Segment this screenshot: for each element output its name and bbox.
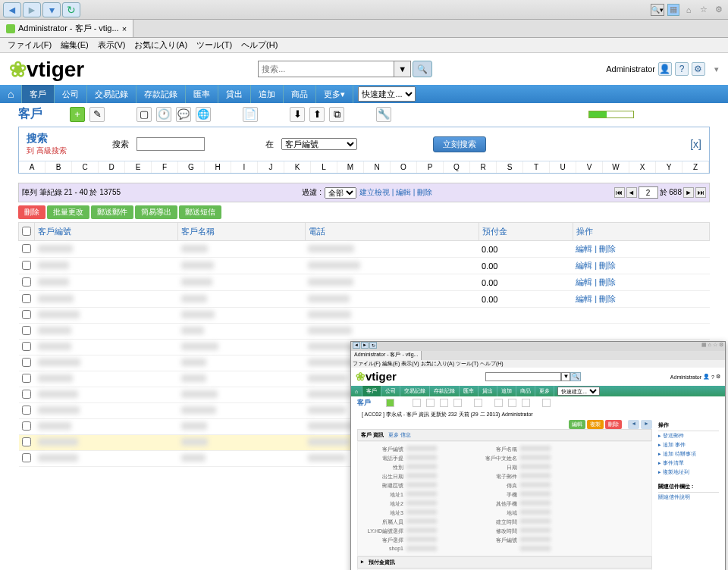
row-checkbox[interactable] — [22, 326, 31, 335]
page-input[interactable] — [639, 186, 658, 199]
ov-home-icon[interactable]: ⌂ — [708, 342, 711, 351]
row-checkbox[interactable] — [22, 342, 31, 351]
ov-search-input[interactable] — [485, 372, 561, 381]
ov-search-drop[interactable]: ▼ — [561, 372, 570, 381]
caret-down-icon[interactable]: ▾ — [714, 64, 719, 74]
delete-button[interactable]: 刪除 — [18, 205, 46, 219]
ov-next-button[interactable]: ► — [641, 420, 652, 429]
row-checkbox[interactable] — [22, 261, 31, 270]
alpha-W[interactable]: W — [603, 161, 629, 173]
ov-nav-home[interactable]: ⌂ — [351, 386, 362, 396]
col-operate[interactable]: 操作 — [573, 223, 709, 241]
alpha-K[interactable]: K — [284, 161, 311, 173]
mass-edit-button[interactable]: 批量更改 — [47, 205, 89, 219]
row-checkbox[interactable] — [22, 244, 31, 253]
alpha-S[interactable]: S — [497, 161, 523, 173]
table-row[interactable]: 0.00編輯 | 刪除 — [19, 258, 710, 274]
ov-tool-2[interactable] — [426, 399, 435, 407]
prev-page-button[interactable]: ◄ — [626, 187, 637, 198]
nav-customers[interactable]: 客戶 — [22, 85, 55, 103]
advanced-search-link[interactable]: 到 高級搜索 — [27, 146, 67, 156]
help-icon[interactable]: ? — [675, 62, 689, 76]
clock-icon[interactable]: 🕐 — [156, 107, 171, 122]
search-input[interactable] — [258, 61, 394, 77]
ov-nav-tab[interactable]: 更多 — [535, 386, 554, 396]
menu-edit[interactable]: 編集(E) — [56, 38, 93, 52]
ov-side-link[interactable]: ▸ 複製地址到 — [658, 468, 719, 477]
ov-nav-tab[interactable]: 交易記錄 — [400, 386, 430, 396]
dup-icon[interactable]: ⧉ — [329, 107, 344, 122]
ov-tool-6[interactable] — [494, 399, 503, 407]
alpha-F[interactable]: F — [152, 161, 178, 173]
export-button[interactable]: 簡易導出 — [135, 205, 177, 219]
alpha-T[interactable]: T — [523, 161, 550, 173]
quick-create-select[interactable]: 快速建立... — [358, 86, 416, 102]
alpha-B[interactable]: B — [46, 161, 72, 173]
ov-user-icon[interactable]: 👤 — [703, 374, 710, 380]
panel-close-icon[interactable]: [x] — [690, 138, 701, 150]
next-page-button[interactable]: ► — [683, 187, 694, 198]
ov-tool-4[interactable] — [453, 399, 462, 407]
alpha-Y[interactable]: Y — [656, 161, 682, 173]
select-all-checkbox[interactable] — [22, 227, 31, 236]
edit-button[interactable]: ✎ — [89, 107, 105, 122]
nav-back-button[interactable]: ◄ — [3, 2, 21, 17]
row-checkbox[interactable] — [22, 437, 31, 446]
row-operate-link[interactable]: 編輯 | 刪除 — [576, 294, 616, 303]
alpha-M[interactable]: M — [337, 161, 364, 173]
menu-fav[interactable]: お気に入り(A) — [130, 38, 192, 52]
row-operate-link[interactable]: 編輯 | 刪除 — [576, 261, 616, 270]
ov-prev-button[interactable]: ◄ — [628, 420, 639, 429]
ov-copy-button[interactable]: 複製 — [587, 420, 604, 429]
nav-products[interactable]: 商品 — [284, 85, 316, 103]
table-row[interactable] — [19, 308, 710, 324]
send-mail-button[interactable]: 郵送郵件 — [91, 205, 133, 219]
world-icon[interactable]: 🌐 — [196, 107, 211, 122]
alpha-D[interactable]: D — [99, 161, 125, 173]
row-checkbox[interactable] — [22, 277, 31, 287]
filter-links[interactable]: 建立檢視 | 編輯 | 刪除 — [359, 187, 432, 198]
alpha-H[interactable]: H — [205, 161, 231, 173]
ov-gear-icon[interactable]: ⚙ — [719, 342, 723, 351]
ov-nav-tab[interactable]: 商品 — [516, 386, 535, 396]
alpha-U[interactable]: U — [550, 161, 576, 173]
alpha-C[interactable]: C — [72, 161, 99, 173]
ov-reload-icon[interactable]: ↻ — [369, 342, 377, 349]
note-icon[interactable]: 📄 — [243, 107, 258, 122]
add-button[interactable]: + — [70, 107, 85, 122]
ov-tab[interactable]: Administrator - 客戶 - vtig... — [351, 351, 422, 360]
nav-loan[interactable]: 貸出 — [218, 85, 251, 103]
ov-menu-item[interactable]: 編集(E) — [382, 360, 400, 368]
ov-tool-1[interactable] — [413, 399, 421, 407]
alpha-I[interactable]: I — [231, 161, 258, 173]
search-dropdown[interactable]: ▼ — [394, 61, 411, 77]
row-checkbox[interactable] — [22, 294, 31, 303]
filter-select[interactable]: 全部 — [325, 187, 356, 199]
row-checkbox[interactable] — [22, 390, 31, 399]
row-checkbox[interactable] — [22, 406, 31, 415]
ov-tool-5[interactable] — [474, 399, 482, 407]
alpha-A[interactable]: A — [19, 161, 46, 173]
first-page-button[interactable]: ⏮ — [614, 187, 625, 198]
search-button[interactable]: 🔍 — [413, 61, 432, 77]
search-field-select[interactable]: 客戶編號 — [281, 138, 357, 150]
alpha-V[interactable]: V — [576, 161, 603, 173]
col-id[interactable]: 客戶編號 — [35, 223, 178, 241]
alpha-O[interactable]: O — [391, 161, 417, 173]
ov-side-link[interactable]: ▸ 發送郵件 — [658, 431, 719, 440]
alpha-P[interactable]: P — [417, 161, 444, 173]
refresh-button[interactable]: ↻ — [62, 2, 80, 17]
table-row[interactable]: 0.00編輯 | 刪除 — [19, 274, 710, 291]
nav-home[interactable]: ⌂ — [0, 85, 22, 103]
ov-nav-tab[interactable]: 存款記錄 — [430, 386, 460, 396]
row-operate-link[interactable]: 編輯 | 刪除 — [576, 277, 616, 287]
ov-tool-9[interactable] — [542, 399, 551, 407]
send-sms-button[interactable]: 郵送短信 — [179, 205, 221, 219]
alpha-E[interactable]: E — [125, 161, 152, 173]
ov-menu-item[interactable]: ファイル(F) — [353, 360, 381, 368]
ov-add-button[interactable] — [386, 399, 394, 407]
export-icon[interactable]: ⬆ — [309, 107, 325, 122]
ov-search-btn[interactable]: 🔍 — [570, 372, 581, 381]
nav-transactions[interactable]: 交易記錄 — [87, 85, 136, 103]
ov-fwd-icon[interactable]: ► — [361, 342, 369, 349]
